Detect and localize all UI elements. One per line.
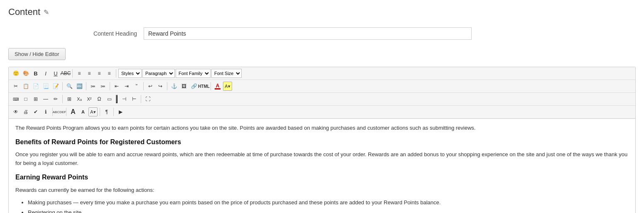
toolbar-sep-5 — [110, 82, 110, 90]
toolbar-spellcheck-btn[interactable]: ✔ — [31, 107, 40, 116]
toolbar-sep-2 — [116, 69, 116, 77]
toolbar-image-btn[interactable]: 🖼 — [179, 82, 189, 91]
toolbar-print-btn[interactable]: 🖨 — [21, 107, 30, 116]
toolbar-highlight-btn[interactable]: A▾ — [223, 82, 232, 91]
toolbar-undo-btn[interactable]: ↩ — [146, 82, 155, 91]
toolbar-find-btn[interactable]: 🔍 — [65, 82, 74, 91]
toolbar-special-char-btn[interactable]: Ω — [95, 94, 104, 104]
toolbar-hline-btn[interactable]: — — [41, 94, 50, 104]
show-hide-editor-button[interactable]: Show / Hide Editor — [8, 48, 66, 60]
toolbar-abcdef-btn[interactable]: ABCDEF — [55, 107, 64, 116]
paragraph-benefits: Once you register you will be able to ea… — [15, 150, 629, 168]
toolbar-font-family-select[interactable]: Font Family — [176, 69, 211, 78]
toolbar-underline-btn[interactable]: U — [51, 69, 60, 78]
toolbar-sep-11 — [141, 95, 141, 103]
toolbar-preview-btn[interactable]: 👁 — [11, 107, 20, 116]
toolbar-outdent-btn[interactable]: ⇤ — [112, 82, 121, 91]
toolbar-cut-btn[interactable]: ✂ — [11, 82, 20, 91]
toolbar-sep-4 — [86, 82, 86, 90]
toolbar-row-4: 👁 🖨 ✔ ℹ ABCDEF A A A▾ ¶ ▶ — [9, 106, 635, 119]
toolbar-fullscreen-btn[interactable]: ⛶ — [143, 94, 152, 104]
toolbar-align-left-btn[interactable]: ≡ — [75, 69, 84, 78]
toolbar-sep-6 — [143, 82, 144, 90]
toolbar-subscript-btn[interactable]: X₂ — [75, 94, 84, 104]
toolbar-page-break-btn[interactable]: ▭ — [105, 94, 114, 104]
toolbar-align-right-btn[interactable]: ≡ — [95, 69, 104, 78]
toolbar-font-small-btn[interactable]: A — [78, 107, 88, 116]
toolbar-sep-7 — [167, 82, 167, 90]
toolbar-sep-10 — [116, 95, 118, 103]
toolbar-font-color-btn[interactable]: A — [213, 82, 222, 91]
toolbar-row-2: ✂ 📋 📄 📃 📝 🔍 🔤 ≔ ≔ ⇤ ⇥ " ↩ ↪ ⚓ — [9, 80, 635, 93]
toolbar-font-color2-btn[interactable]: A▾ — [88, 107, 98, 116]
toolbar-table2-btn[interactable]: ⊞ — [65, 94, 74, 104]
toolbar-row-1: 🙂 🎨 B I U ABC ≡ ≡ ≡ ≡ Styles Paragraph — [9, 67, 635, 80]
toolbar-table-btn[interactable]: ⊞ — [31, 94, 40, 104]
toolbar-flash-btn[interactable]: ▶ — [116, 107, 125, 116]
toolbar-paragraph-select[interactable]: Paragraph — [142, 69, 175, 78]
toolbar-anchor-btn[interactable]: ⚓ — [169, 82, 179, 91]
content-heading-label: Content Heading — [83, 30, 137, 37]
toolbar-find-replace-btn[interactable]: 🔤 — [75, 82, 84, 91]
toolbar-blockquote-btn[interactable]: " — [132, 82, 141, 91]
toolbar-sep-14 — [100, 108, 100, 116]
list-item-1: Making purchases — every time you make a… — [28, 198, 629, 207]
toolbar-strikethrough-btn[interactable]: ABC — [61, 69, 70, 78]
heading-benefits: Benefits of Reward Points for Registered… — [15, 137, 629, 148]
toolbar-smiley-btn[interactable]: ✏ — [51, 94, 60, 104]
toolbar-sep-15 — [113, 108, 114, 116]
toolbar-sep-8 — [211, 82, 211, 90]
page-title: Content — [8, 7, 40, 17]
edit-icon[interactable]: ✎ — [44, 8, 49, 16]
toolbar-html-btn[interactable]: HTML — [199, 82, 208, 91]
toolbar-ltr-btn[interactable]: ⊣ — [120, 94, 129, 104]
toolbar-about-btn[interactable]: ℹ — [41, 107, 50, 116]
content-heading-input[interactable] — [144, 27, 472, 40]
toolbar-superscript-btn[interactable]: X² — [85, 94, 94, 104]
toolbar-source-btn[interactable]: ⌨ — [11, 94, 20, 104]
intro-paragraph: The Reward Points Program allows you to … — [15, 124, 629, 133]
toolbar-font-large-btn[interactable]: A — [69, 107, 78, 116]
editor-content-area[interactable]: The Reward Points Program allows you to … — [9, 119, 635, 213]
toolbar-color-picker-btn[interactable]: 🎨 — [21, 69, 30, 78]
earning-list: Making purchases — every time you make a… — [28, 198, 629, 213]
intro2-paragraph: Rewards can currently be earned for the … — [15, 186, 629, 195]
toolbar-numbered-list-btn[interactable]: ≔ — [98, 82, 108, 91]
toolbar-indent-btn[interactable]: ⇥ — [122, 82, 131, 91]
toolbar-show-blocks-btn[interactable]: ¶ — [102, 107, 111, 116]
toolbar-align-justify-btn[interactable]: ≡ — [105, 69, 114, 78]
toolbar-paste-btn[interactable]: 📄 — [31, 82, 40, 91]
list-item-2: Registering on the site. — [28, 208, 629, 213]
toolbar-sep-3 — [62, 82, 63, 90]
toolbar-paste-word-btn[interactable]: 📝 — [51, 82, 60, 91]
toolbar-styles-select[interactable]: Styles — [118, 69, 142, 78]
toolbar-sep-9 — [62, 95, 63, 103]
toolbar-italic-btn[interactable]: I — [41, 69, 50, 78]
toolbar-template-btn[interactable]: □ — [21, 94, 30, 104]
toolbar-redo-btn[interactable]: ↪ — [156, 82, 165, 91]
editor-container: 🙂 🎨 B I U ABC ≡ ≡ ≡ ≡ Styles Paragraph — [8, 67, 636, 213]
toolbar-link-btn[interactable]: 🔗 — [189, 82, 198, 91]
toolbar-bold-btn[interactable]: B — [31, 69, 40, 78]
toolbar-sep-1 — [72, 69, 73, 77]
toolbar-font-size-select[interactable]: Font Size — [211, 69, 242, 78]
toolbar-align-center-btn[interactable]: ≡ — [85, 69, 94, 78]
toolbar-rtl-btn[interactable]: ⊢ — [130, 94, 139, 104]
toolbar-sep-13 — [66, 108, 66, 116]
toolbar-copy-btn[interactable]: 📋 — [21, 82, 30, 91]
toolbar-paste-text-btn[interactable]: 📃 — [41, 82, 50, 91]
toolbar-emoji-btn[interactable]: 🙂 — [11, 69, 20, 78]
toolbar-bullet-list-btn[interactable]: ≔ — [88, 82, 98, 91]
toolbar-row-3: ⌨ □ ⊞ — ✏ ⊞ X₂ X² Ω ▭ ⊣ ⊢ ⛶ — [9, 93, 635, 106]
heading-earning: Earning Reward Points — [15, 172, 629, 183]
